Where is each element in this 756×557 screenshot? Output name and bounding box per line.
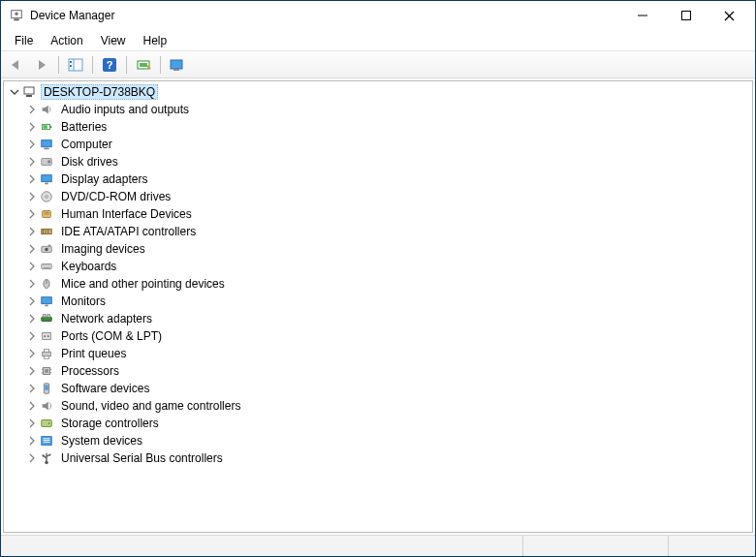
computer-icon	[21, 84, 37, 100]
svg-point-56	[47, 335, 49, 337]
chevron-right-icon[interactable]	[25, 329, 39, 343]
tree-category[interactable]: Mice and other pointing devices	[4, 275, 752, 293]
chevron-right-icon[interactable]	[25, 399, 39, 413]
svg-rect-9	[70, 61, 72, 63]
tree-category[interactable]: Computer	[4, 136, 752, 153]
tree-category[interactable]: System devices	[4, 432, 752, 449]
window-title: Device Manager	[30, 9, 114, 22]
tree-category[interactable]: Monitors	[4, 293, 752, 310]
tree-category-label: Print queues	[58, 346, 129, 361]
menu-bar: File Action View Help	[1, 30, 755, 51]
tree-category-label: Imaging devices	[58, 241, 148, 257]
svg-rect-41	[43, 264, 44, 265]
chevron-right-icon[interactable]	[25, 103, 39, 116]
keyboard-icon	[39, 259, 54, 274]
chevron-right-icon[interactable]	[25, 260, 39, 273]
tree-category-label: Disk drives	[58, 154, 121, 170]
toolbar-show-hide-tree-button[interactable]	[64, 54, 87, 76]
chevron-right-icon[interactable]	[25, 155, 39, 169]
toolbar-forward-button[interactable]	[30, 54, 53, 76]
tree-category-label: Sound, video and game controllers	[58, 398, 243, 414]
cpu-icon	[39, 363, 54, 379]
svg-rect-46	[44, 267, 50, 268]
chevron-right-icon[interactable]	[25, 294, 39, 308]
menu-view[interactable]: View	[93, 32, 134, 49]
toolbar-scan-hardware-button[interactable]	[132, 54, 155, 76]
chevron-right-icon[interactable]	[25, 312, 39, 325]
chevron-right-icon[interactable]	[25, 138, 39, 151]
ide-icon	[39, 224, 54, 239]
svg-rect-20	[50, 126, 52, 128]
tree-category[interactable]: Print queues	[4, 345, 752, 362]
tree-category[interactable]: Keyboards	[4, 258, 752, 275]
tree-category[interactable]: Software devices	[4, 380, 752, 397]
svg-text:?: ?	[107, 59, 113, 71]
disk-icon	[39, 154, 54, 170]
dvd-icon	[39, 189, 54, 204]
svg-rect-79	[49, 454, 51, 456]
tree-category[interactable]: Sound, video and game controllers	[4, 397, 752, 415]
svg-rect-71	[44, 438, 50, 439]
chevron-right-icon[interactable]	[25, 207, 39, 221]
tree-category[interactable]: Display adapters	[4, 170, 752, 188]
chevron-right-icon[interactable]	[25, 417, 39, 430]
imaging-icon	[39, 241, 54, 257]
chevron-right-icon[interactable]	[25, 364, 39, 378]
toolbar: ?	[1, 51, 755, 78]
tree-category[interactable]: Imaging devices	[4, 240, 752, 258]
chevron-right-icon[interactable]	[25, 451, 39, 465]
device-tree[interactable]: DESKTOP-D738BKQ Audio inputs and outputs…	[3, 80, 753, 533]
chevron-right-icon[interactable]	[25, 382, 39, 395]
toolbar-view-button[interactable]	[166, 54, 189, 76]
maximize-button[interactable]	[664, 2, 708, 29]
status-cell	[1, 536, 522, 556]
chevron-right-icon[interactable]	[25, 225, 39, 238]
menu-file[interactable]: File	[7, 32, 41, 49]
tree-category[interactable]: Processors	[4, 362, 752, 380]
chevron-right-icon[interactable]	[25, 347, 39, 360]
tree-category[interactable]: DVD/CD-ROM drives	[4, 188, 752, 205]
chevron-right-icon[interactable]	[25, 172, 39, 186]
status-cell	[522, 536, 668, 556]
tree-category[interactable]: Network adapters	[4, 310, 752, 327]
svg-rect-44	[47, 264, 48, 265]
chevron-right-icon[interactable]	[25, 242, 39, 256]
storage-icon	[39, 416, 54, 431]
status-bar	[1, 535, 755, 556]
chevron-right-icon[interactable]	[25, 434, 39, 448]
tree-category[interactable]: Universal Serial Bus controllers	[4, 449, 752, 467]
tree-category[interactable]: Batteries	[4, 118, 752, 136]
chevron-right-icon[interactable]	[25, 120, 39, 134]
chevron-right-icon[interactable]	[25, 190, 39, 203]
app-icon	[9, 8, 24, 23]
tree-category[interactable]: Human Interface Devices	[4, 205, 752, 223]
toolbar-back-button[interactable]	[5, 54, 28, 76]
tree-category-label: Monitors	[58, 294, 109, 309]
tree-category[interactable]: Ports (COM & LPT)	[4, 327, 752, 345]
svg-point-29	[46, 196, 48, 199]
svg-point-78	[42, 454, 44, 456]
chevron-right-icon[interactable]	[25, 277, 39, 291]
speaker-icon	[39, 102, 54, 117]
close-button[interactable]	[708, 2, 751, 29]
svg-point-25	[47, 160, 51, 164]
tree-category[interactable]: IDE ATA/ATAPI controllers	[4, 223, 752, 240]
toolbar-help-button[interactable]: ?	[98, 54, 121, 76]
svg-rect-42	[44, 264, 45, 265]
printer-icon	[39, 346, 54, 361]
svg-rect-67	[45, 386, 48, 390]
software-icon	[39, 381, 54, 396]
svg-rect-57	[43, 352, 51, 356]
chevron-down-icon[interactable]	[8, 85, 21, 99]
svg-rect-1	[14, 19, 18, 21]
svg-rect-26	[42, 175, 52, 182]
minimize-button[interactable]	[620, 2, 664, 29]
toolbar-separator	[160, 56, 161, 74]
tree-root[interactable]: DESKTOP-D738BKQ	[4, 83, 752, 101]
tree-category[interactable]: Storage controllers	[4, 415, 752, 432]
tree-category[interactable]: Disk drives	[4, 153, 752, 170]
tree-category[interactable]: Audio inputs and outputs	[4, 101, 752, 118]
svg-rect-53	[47, 315, 50, 318]
menu-help[interactable]: Help	[136, 32, 175, 49]
menu-action[interactable]: Action	[43, 32, 90, 49]
